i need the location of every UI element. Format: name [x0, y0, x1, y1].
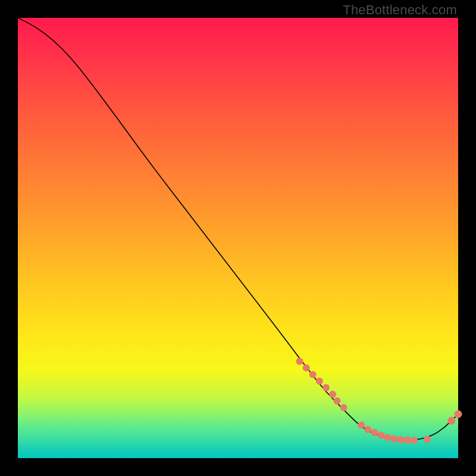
data-point [364, 426, 371, 433]
data-point [358, 422, 365, 429]
watermark-text: TheBottleneck.com [343, 2, 457, 18]
data-point [371, 429, 378, 436]
plot-area [18, 18, 458, 458]
data-point [424, 436, 431, 443]
data-point [303, 364, 310, 371]
chart-overlay [18, 18, 458, 458]
chart-frame: TheBottleneck.com [0, 0, 476, 476]
data-point [455, 411, 462, 418]
data-point [316, 378, 323, 385]
data-point [329, 391, 336, 398]
data-point [447, 417, 455, 425]
bottleneck-curve [18, 18, 458, 440]
data-point [322, 384, 330, 392]
dots-group [296, 358, 462, 444]
data-point [296, 358, 303, 365]
data-point [334, 397, 341, 405]
data-point [397, 436, 405, 443]
data-point [404, 437, 411, 444]
data-point [340, 404, 347, 411]
data-point [391, 435, 398, 442]
data-point [411, 437, 418, 444]
data-point [384, 434, 392, 441]
data-point [309, 371, 317, 378]
data-point [378, 432, 385, 439]
